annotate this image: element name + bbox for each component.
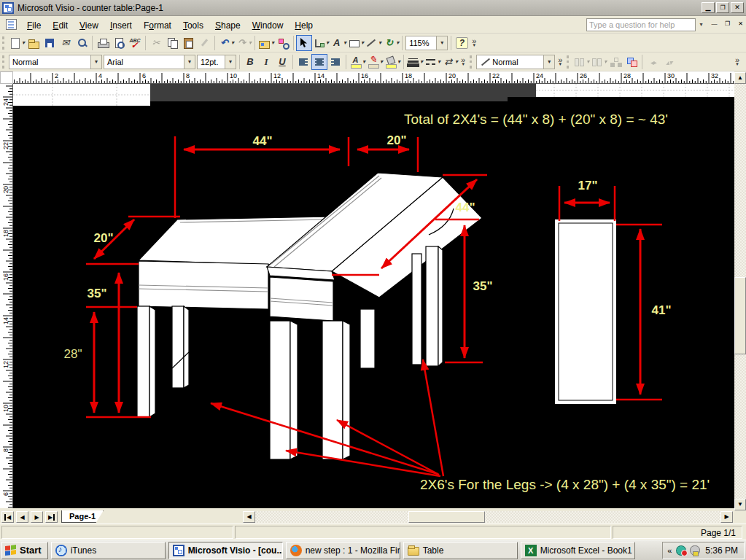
pointer-tool-button[interactable]	[296, 35, 312, 51]
style-combo[interactable]: Normal	[9, 55, 102, 69]
flip-vertical-button[interactable]	[661, 54, 677, 70]
save-button[interactable]	[42, 35, 58, 51]
taskbar-button-excel[interactable]: Microsoft Excel - Book1	[521, 542, 635, 559]
zoom-combo[interactable]: 115%	[405, 36, 448, 50]
help-search-input[interactable]: Type a question for help	[586, 18, 696, 31]
toolbar-grip[interactable]	[470, 55, 473, 69]
text-color-button[interactable]	[349, 54, 366, 70]
doc-restore-button[interactable]	[722, 20, 733, 29]
menu-item-view[interactable]: View	[74, 18, 104, 33]
bold-button[interactable]	[242, 54, 258, 70]
print-preview-button[interactable]	[111, 35, 127, 51]
underline-button[interactable]	[274, 54, 290, 70]
last-page-button[interactable]	[45, 511, 58, 523]
help-box-dropdown[interactable]	[696, 18, 707, 31]
copy-button[interactable]	[164, 35, 180, 51]
find-shape-button[interactable]	[74, 35, 90, 51]
help-button[interactable]	[454, 35, 470, 51]
dim-top-width[interactable]: 44"	[253, 134, 273, 148]
new-drawing-button[interactable]	[8, 35, 26, 51]
line-color-button[interactable]	[366, 54, 384, 70]
cut-button[interactable]	[148, 35, 164, 51]
doc-close-button[interactable]	[735, 20, 746, 29]
taskbar-button-table-folder[interactable]: Table	[403, 542, 518, 559]
leg-board-shape[interactable]	[554, 219, 617, 405]
text-tool-button[interactable]	[330, 35, 347, 51]
group-button[interactable]	[623, 54, 640, 70]
chevron-down-icon[interactable]	[90, 55, 101, 69]
vertical-scrollbar[interactable]	[734, 72, 746, 510]
redo-button[interactable]	[235, 35, 252, 51]
mail-button[interactable]	[58, 35, 74, 51]
rotate-tool-button[interactable]	[382, 35, 400, 51]
doc-minimize-button[interactable]	[709, 20, 720, 29]
align-right-button[interactable]	[327, 54, 343, 70]
flip-horizontal-button[interactable]	[645, 54, 661, 70]
scroll-down-button[interactable]	[734, 499, 746, 510]
horizontal-scroll-thumb[interactable]	[408, 511, 485, 523]
horizontal-scroll-track[interactable]	[255, 511, 720, 523]
drawing-canvas[interactable]: 44" 20" 20" 35" 28" 44" 35" 17" 41" Tota…	[13, 84, 734, 508]
toolbar-options-button[interactable]	[459, 58, 467, 66]
toolbar-options-button[interactable]	[733, 58, 742, 66]
next-page-button[interactable]	[31, 511, 43, 523]
start-button[interactable]: Start	[1, 542, 48, 559]
align-center-button[interactable]	[311, 54, 327, 70]
toolbar-grip[interactable]	[2, 55, 6, 69]
chevron-down-icon[interactable]	[543, 55, 554, 69]
paste-button[interactable]	[180, 35, 196, 51]
align-left-button[interactable]	[295, 54, 311, 70]
line-weight-button[interactable]	[406, 54, 424, 70]
toolbar-options-button[interactable]	[556, 58, 564, 66]
toolbar-grip[interactable]	[567, 55, 570, 69]
connect-shapes-button[interactable]	[275, 35, 291, 51]
connector-tool-button[interactable]	[312, 35, 330, 51]
menu-item-format[interactable]: Format	[138, 18, 177, 33]
spelling-button[interactable]	[127, 35, 143, 51]
dim-counter-length[interactable]: 44"	[456, 201, 475, 214]
scroll-up-button[interactable]	[734, 72, 746, 84]
dim-left-height[interactable]: 35"	[88, 287, 107, 300]
menu-item-shape[interactable]: Shape	[209, 18, 246, 33]
menu-item-tools[interactable]: Tools	[177, 18, 209, 33]
line-ends-button[interactable]	[441, 54, 459, 70]
toolbar-grip[interactable]	[2, 36, 6, 50]
scroll-right-button[interactable]	[720, 511, 733, 523]
close-button[interactable]	[731, 2, 744, 13]
rectangle-tool-button[interactable]	[347, 35, 365, 51]
line-pattern-button[interactable]	[424, 54, 441, 70]
menu-item-edit[interactable]: Edit	[47, 18, 74, 33]
dim-left-depth[interactable]: 20"	[94, 231, 114, 245]
taskbar-button-visio[interactable]: Microsoft Visio - [cou...	[168, 542, 283, 559]
fill-color-button[interactable]	[384, 54, 401, 70]
font-size-combo[interactable]: 12pt.	[197, 55, 236, 69]
tray-chevron-button[interactable]: «	[667, 546, 672, 555]
format-painter-button[interactable]	[196, 35, 212, 51]
dim-board-height[interactable]: 41"	[652, 303, 672, 317]
print-button[interactable]	[95, 35, 111, 51]
first-page-button[interactable]	[1, 511, 14, 523]
line-style-combo[interactable]: Normal	[476, 55, 555, 69]
lay-out-shapes-button[interactable]	[607, 54, 623, 70]
taskbar-button-firefox[interactable]: new step : 1 - Mozilla Fir...	[286, 542, 400, 559]
toolbar-options-button[interactable]	[470, 39, 478, 47]
undo-button[interactable]	[217, 35, 235, 51]
align-shapes-button[interactable]	[572, 54, 590, 70]
pointing-device-icon[interactable]	[690, 545, 700, 556]
dim-board-width[interactable]: 17"	[578, 179, 598, 192]
dim-top-depth[interactable]: 20"	[387, 133, 407, 147]
distribute-shapes-button[interactable]	[590, 54, 607, 70]
page-tab[interactable]: Page-1	[61, 510, 104, 523]
messenger-icon[interactable]	[676, 545, 686, 556]
chevron-down-icon[interactable]	[225, 55, 236, 69]
menu-item-insert[interactable]: Insert	[104, 18, 138, 33]
scroll-left-button[interactable]	[243, 511, 255, 523]
shape-window-button[interactable]	[257, 35, 275, 51]
restore-button[interactable]	[716, 2, 729, 13]
line-tool-button[interactable]	[365, 35, 382, 51]
dim-leg-height[interactable]: 28"	[64, 347, 82, 361]
font-combo[interactable]: Arial	[104, 55, 195, 69]
drawing-svg[interactable]: 44" 20" 20" 35" 28" 44" 35" 17" 41" Tota…	[13, 84, 734, 508]
italic-button[interactable]	[258, 54, 274, 70]
previous-page-button[interactable]	[16, 511, 28, 523]
